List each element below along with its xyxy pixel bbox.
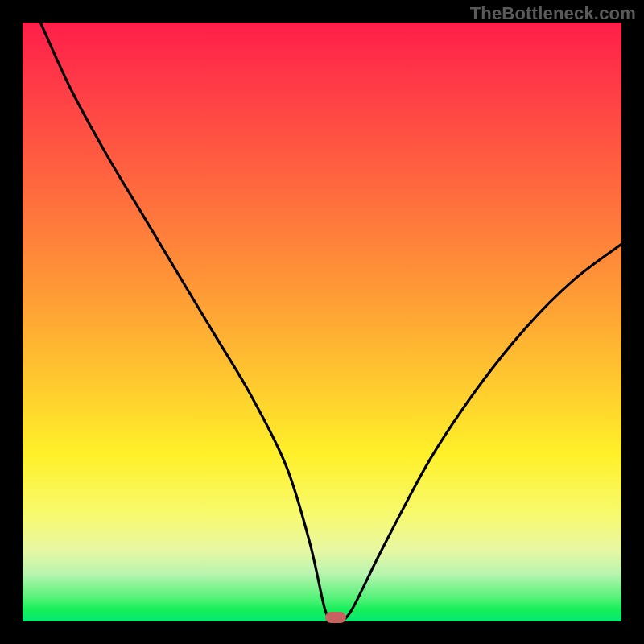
bottleneck-curve: [23, 23, 621, 621]
plot-area: [23, 23, 621, 621]
watermark-text: TheBottleneck.com: [470, 3, 636, 24]
optimal-marker: [325, 612, 346, 623]
curve-path: [40, 23, 621, 621]
chart-frame: TheBottleneck.com: [0, 0, 644, 644]
